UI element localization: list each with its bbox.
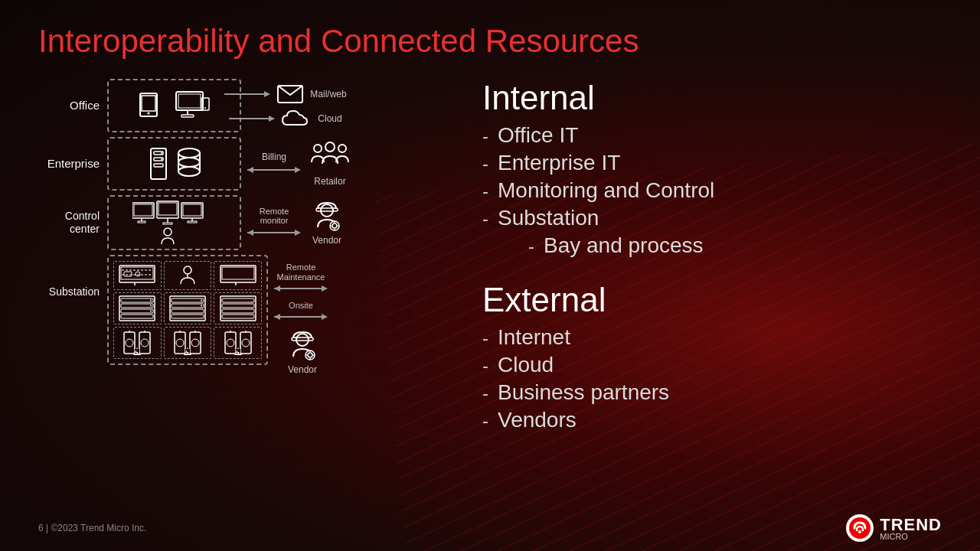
rack-icon-3a: [219, 295, 257, 322]
text-section: Internal - Office IT - Enterprise IT - M…: [467, 79, 942, 515]
svg-point-20: [178, 148, 200, 158]
svg-rect-100: [220, 296, 256, 321]
svg-rect-6: [181, 115, 194, 117]
substation-col-2: [164, 261, 212, 359]
transformer-cell-1: [113, 327, 162, 359]
external-item-2: - Cloud: [482, 353, 942, 377]
billing-label: Billing: [262, 152, 286, 162]
billing-conn: Billing: [247, 141, 350, 187]
mail-conn: Mail/web: [224, 83, 346, 106]
dash-1: -: [482, 126, 488, 147]
dash-3: -: [482, 181, 488, 202]
remote-monitor-conn: Remotemonitor: [247, 200, 344, 246]
dash-2: -: [482, 153, 488, 174]
rack-icon-2a: [168, 295, 207, 322]
control-row: Controlcenter: [38, 195, 436, 250]
svg-rect-102: [222, 304, 254, 308]
footer-text: 6 | ©2023 Trend Micro Inc.: [38, 523, 146, 533]
internal-item-1: - Office IT: [482, 123, 942, 148]
svg-rect-104: [222, 315, 254, 318]
svg-rect-98: [222, 267, 254, 279]
svg-point-108: [242, 339, 250, 347]
vendor-icon-1: [310, 200, 344, 233]
external-item-3: - Business partners: [482, 380, 942, 405]
remote-maint-arrow: [274, 282, 328, 295]
svg-rect-42: [188, 221, 197, 223]
svg-rect-82: [172, 298, 204, 302]
svg-point-19: [161, 158, 162, 160]
svg-rect-48: [316, 208, 338, 211]
hmi-icon-2: [168, 264, 207, 287]
right-arrow: [224, 88, 270, 100]
svg-rect-121: [292, 337, 313, 341]
dash-8: -: [482, 383, 488, 404]
external-item-1: - Internet: [482, 325, 942, 350]
footer: 6 | ©2023 Trend Micro Inc. TREND MICRO: [38, 514, 942, 542]
svg-rect-4: [178, 94, 201, 108]
internal-heading: Internal: [482, 79, 942, 117]
dash-5: -: [528, 236, 534, 257]
mail-label: Mail/web: [310, 89, 346, 99]
rack-cell-3a: [214, 292, 262, 324]
svg-rect-83: [172, 304, 204, 308]
svg-marker-13: [269, 116, 275, 122]
svg-rect-32: [134, 204, 152, 216]
svg-rect-56: [121, 267, 153, 279]
rack-cell-1a: [113, 292, 162, 324]
trend-micro-emblem: [848, 517, 871, 540]
office-box: [107, 79, 241, 132]
svg-point-120: [296, 334, 309, 346]
svg-rect-38: [163, 223, 172, 224]
remote-label: Remote: [286, 262, 316, 272]
svg-marker-46: [295, 230, 301, 236]
external-heading: External: [482, 281, 942, 319]
diagram-section: Office: [38, 79, 436, 515]
svg-rect-81: [170, 296, 205, 321]
database-icon: [175, 147, 203, 181]
server-tower-icon: [146, 147, 171, 181]
remote-maint-conn: Remote Maintenance: [274, 262, 328, 295]
office-arrows: Mail/web Cloud: [247, 83, 324, 129]
external-item-4: - Vendors: [482, 408, 942, 432]
dash-7: -: [482, 355, 488, 377]
svg-rect-66: [121, 315, 153, 318]
monitor-icon: [172, 90, 211, 121]
substation-connections: Remote Maintenance Onsite: [274, 262, 328, 375]
office-label: Office: [38, 99, 107, 112]
svg-point-30: [338, 145, 346, 152]
svg-rect-17: [154, 164, 163, 167]
cloud-label: Cloud: [318, 113, 341, 124]
vendor-item-1: Vendor: [310, 200, 344, 246]
office-row: Office: [38, 79, 436, 132]
trend-text-block: TREND MICRO: [880, 515, 942, 541]
external-list: - Internet - Cloud - Business partners -…: [482, 325, 942, 432]
svg-rect-2: [142, 96, 155, 111]
main-layout: Office: [38, 79, 942, 515]
svg-point-23: [178, 167, 200, 176]
svg-rect-64: [121, 304, 153, 308]
svg-point-129: [858, 530, 861, 533]
vendor-label-2: Vendor: [288, 364, 317, 375]
substation-col-1: [113, 261, 162, 359]
retailor-item: Retailor: [310, 141, 350, 187]
svg-point-28: [314, 145, 322, 152]
cloud-icon: [281, 108, 312, 129]
svg-point-72: [126, 339, 133, 347]
svg-marker-116: [322, 285, 328, 292]
svg-point-73: [141, 339, 149, 347]
tablet-icon: [139, 90, 168, 121]
svg-point-24: [178, 158, 200, 167]
svg-point-87: [201, 305, 202, 307]
rack-cell-2a: [164, 292, 212, 324]
svg-point-107: [227, 339, 234, 347]
hmi-icon-1: [118, 264, 156, 287]
cloud-conn: Cloud: [229, 108, 341, 129]
vendor-label-1: Vendor: [312, 235, 341, 246]
svg-point-18: [161, 152, 162, 154]
svg-point-43: [164, 228, 172, 236]
internal-item-3: - Monitoring and Control: [482, 178, 942, 203]
svg-point-1: [147, 112, 149, 115]
right-arrow2: [229, 112, 275, 125]
svg-point-8: [204, 107, 206, 109]
control-box: [107, 195, 241, 250]
